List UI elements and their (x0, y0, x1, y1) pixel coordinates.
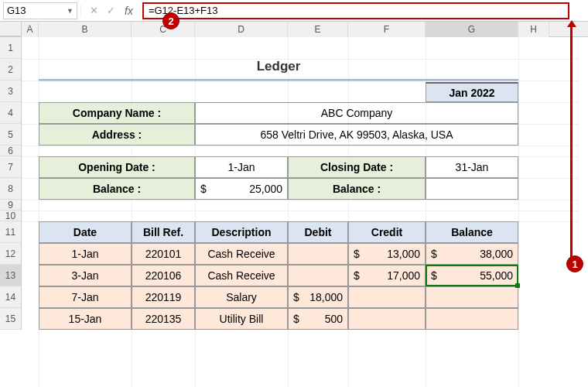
cell-date[interactable]: 3-Jan (39, 265, 132, 286)
close-balance-value[interactable] (426, 178, 518, 200)
formula-input[interactable]: =G12-E13+F13 (142, 2, 569, 19)
row-header-15[interactable]: 15 (0, 308, 22, 330)
fx-icon[interactable]: fx (120, 5, 138, 17)
cell-balance[interactable] (426, 308, 518, 330)
cell-date[interactable]: 7-Jan (39, 286, 132, 308)
th-date[interactable]: Date (39, 221, 132, 243)
month-header[interactable]: Jan 2022 (426, 82, 518, 102)
cell-ref[interactable]: 220106 (132, 265, 195, 286)
cell-credit[interactable]: $17,000 (348, 265, 426, 286)
cell-credit[interactable] (348, 286, 426, 308)
row-header-13[interactable]: 13 (0, 265, 22, 286)
annotation-arrow-head-icon (567, 20, 576, 27)
callout-2: 2 (162, 12, 179, 29)
name-box-value: G13 (7, 5, 26, 16)
row-headers: 1 2 3 4 5 6 7 8 9 10 11 12 13 14 15 (0, 37, 22, 330)
row-header-1[interactable]: 1 (0, 37, 22, 59)
address-label[interactable]: Address : (39, 124, 195, 146)
cell-credit[interactable]: $13,000 (348, 243, 426, 265)
row-header-3[interactable]: 3 (0, 80, 22, 102)
row-header-5[interactable]: 5 (0, 124, 22, 146)
row-header-10[interactable]: 10 (0, 211, 22, 221)
cell-credit[interactable] (348, 308, 426, 330)
cell-balance[interactable]: $38,000 (426, 243, 518, 265)
open-balance-value[interactable]: $25,000 (195, 178, 288, 200)
row-header-7[interactable]: 7 (0, 156, 22, 178)
annotation-arrow-line (570, 26, 573, 257)
cancel-icon[interactable]: ✕ (86, 5, 101, 16)
close-date-value[interactable]: 31-Jan (426, 156, 518, 178)
ledger-title: Ledger (39, 59, 518, 80)
column-headers-row: A B C D E F G H (0, 22, 588, 37)
row-header-8[interactable]: 8 (0, 178, 22, 200)
open-date-label[interactable]: Opening Date : (39, 156, 195, 178)
row-header-14[interactable]: 14 (0, 286, 22, 308)
callout-1: 1 (566, 255, 583, 272)
name-box[interactable]: G13 ▼ (3, 2, 77, 19)
cell-date[interactable]: 15-Jan (39, 308, 132, 330)
formula-bar-row: G13 ▼ ✕ ✓ fx =G12-E13+F13 (0, 0, 588, 22)
company-label[interactable]: Company Name : (39, 102, 195, 124)
col-header-a[interactable]: A (22, 22, 39, 37)
th-desc[interactable]: Description (195, 221, 288, 243)
th-credit[interactable]: Credit (348, 221, 426, 243)
cell-debit[interactable] (288, 265, 348, 286)
cell-balance[interactable]: $55,000 (426, 265, 518, 286)
col-header-h[interactable]: H (518, 22, 549, 37)
th-debit[interactable]: Debit (288, 221, 348, 243)
cell-debit[interactable]: $18,000 (288, 286, 348, 308)
close-balance-label[interactable]: Balance : (288, 178, 426, 200)
open-balance-label[interactable]: Balance : (39, 178, 195, 200)
col-header-g[interactable]: G (426, 22, 518, 37)
address-value[interactable]: 658 Veltri Drive, AK 99503, Alaska, USA (195, 124, 518, 146)
row-header-12[interactable]: 12 (0, 243, 22, 265)
company-value[interactable]: ABC Company (195, 102, 518, 124)
th-ref[interactable]: Bill Ref. (132, 221, 195, 243)
col-header-f[interactable]: F (348, 22, 426, 37)
formula-bar-buttons: ✕ ✓ fx (80, 5, 142, 17)
ledger-underline (39, 79, 518, 81)
row-header-9[interactable]: 9 (0, 200, 22, 211)
select-all-corner[interactable] (0, 22, 22, 36)
cell-ref[interactable]: 220135 (132, 308, 195, 330)
row-header-2[interactable]: 2 (0, 59, 22, 80)
cell-ref[interactable]: 220119 (132, 286, 195, 308)
cell-desc[interactable]: Utility Bill (195, 308, 288, 330)
name-box-dropdown-icon[interactable]: ▼ (67, 7, 74, 15)
cell-date[interactable]: 1-Jan (39, 243, 132, 265)
cell-debit[interactable] (288, 243, 348, 265)
cell-balance[interactable] (426, 286, 518, 308)
cell-desc[interactable]: Salary (195, 286, 288, 308)
col-header-d[interactable]: D (195, 22, 288, 37)
col-header-b[interactable]: B (39, 22, 132, 37)
row-header-4[interactable]: 4 (0, 102, 22, 124)
row-header-6[interactable]: 6 (0, 146, 22, 156)
formula-text: =G12-E13+F13 (149, 5, 218, 16)
spreadsheet-grid[interactable]: A B C D E F G H 1 2 3 4 5 6 7 8 9 10 11 … (0, 22, 588, 37)
cell-debit[interactable]: $500 (288, 308, 348, 330)
cell-desc[interactable]: Cash Receive (195, 243, 288, 265)
close-date-label[interactable]: Closing Date : (288, 156, 426, 178)
row-header-11[interactable]: 11 (0, 221, 22, 243)
cell-desc[interactable]: Cash Receive (195, 265, 288, 286)
confirm-icon[interactable]: ✓ (103, 5, 118, 16)
cell-ref[interactable]: 220101 (132, 243, 195, 265)
th-balance[interactable]: Balance (426, 221, 518, 243)
open-date-value[interactable]: 1-Jan (195, 156, 288, 178)
col-header-e[interactable]: E (288, 22, 348, 37)
